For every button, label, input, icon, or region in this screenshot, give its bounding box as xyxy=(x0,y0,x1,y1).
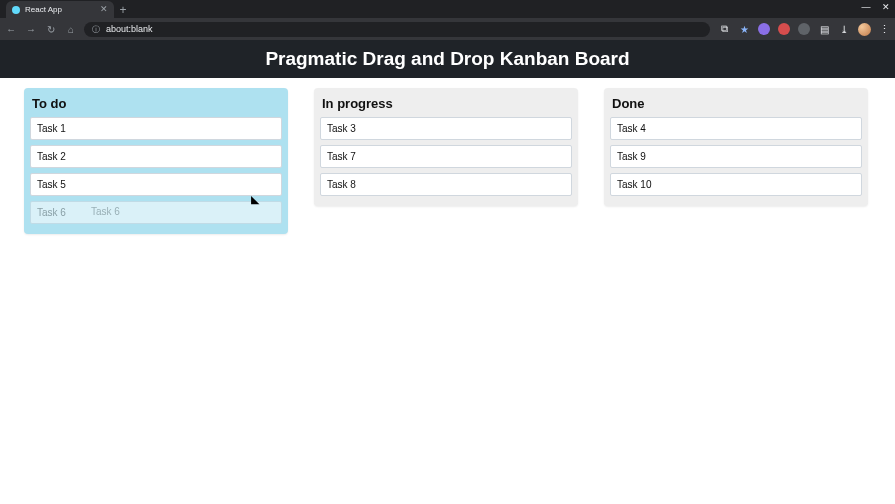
back-button[interactable]: ← xyxy=(6,24,16,35)
nav-buttons: ← → ↻ ⌂ xyxy=(6,24,76,35)
profile-avatar-icon[interactable] xyxy=(858,23,871,36)
card-label: Task 3 xyxy=(327,123,356,134)
card-list: Task 3Task 7Task 8 xyxy=(320,117,572,196)
card-label: Task 8 xyxy=(327,179,356,190)
download-icon[interactable]: ⤓ xyxy=(838,23,850,35)
extension-1-icon[interactable] xyxy=(758,23,770,35)
browser-chrome: React App ✕ + — ✕ ← → ↻ ⌂ ⓘ about:blank … xyxy=(0,0,895,40)
kanban-card[interactable]: Task 6Task 6 xyxy=(30,201,282,224)
column-todo[interactable]: To doTask 1Task 2Task 5Task 6Task 6 xyxy=(24,88,288,234)
menu-icon[interactable]: ⋮ xyxy=(879,23,889,36)
kanban-card[interactable]: Task 4 xyxy=(610,117,862,140)
toolbar-right: ⧉ ★ ▤ ⤓ ⋮ xyxy=(718,23,889,36)
column-title: In progress xyxy=(320,96,572,117)
kanban-card[interactable]: Task 9 xyxy=(610,145,862,168)
column-title: Done xyxy=(610,96,862,117)
kanban-card[interactable]: Task 3 xyxy=(320,117,572,140)
card-label: Task 9 xyxy=(617,151,646,162)
translate-icon[interactable]: ⧉ xyxy=(718,23,730,35)
card-label: Task 2 xyxy=(37,151,66,162)
close-tab-icon[interactable]: ✕ xyxy=(100,6,108,14)
column-title: To do xyxy=(30,96,282,117)
window-controls: — ✕ xyxy=(861,2,891,12)
home-button[interactable]: ⌂ xyxy=(66,24,76,35)
card-label: Task 7 xyxy=(327,151,356,162)
column-inprogress[interactable]: In progressTask 3Task 7Task 8 xyxy=(314,88,578,206)
bookmark-star-icon[interactable]: ★ xyxy=(738,23,750,35)
card-label: Task 10 xyxy=(617,179,651,190)
card-label: Task 1 xyxy=(37,123,66,134)
card-label: Task 5 xyxy=(37,179,66,190)
kanban-card[interactable]: Task 2 xyxy=(30,145,282,168)
address-bar[interactable]: ⓘ about:blank xyxy=(84,22,710,37)
page-title: Pragmatic Drag and Drop Kanban Board xyxy=(265,48,629,70)
forward-button[interactable]: → xyxy=(26,24,36,35)
browser-tab[interactable]: React App ✕ xyxy=(6,1,114,18)
extension-2-icon[interactable] xyxy=(778,23,790,35)
site-info-icon[interactable]: ⓘ xyxy=(92,24,100,35)
kanban-board: To doTask 1Task 2Task 5Task 6Task 6In pr… xyxy=(0,78,895,244)
drag-ghost-label: Task 6 xyxy=(91,206,120,217)
tab-title: React App xyxy=(25,5,95,14)
browser-toolbar: ← → ↻ ⌂ ⓘ about:blank ⧉ ★ ▤ ⤓ ⋮ xyxy=(0,18,895,40)
kanban-card[interactable]: Task 7 xyxy=(320,145,572,168)
column-done[interactable]: DoneTask 4Task 9Task 10 xyxy=(604,88,868,206)
card-label: Task 4 xyxy=(617,123,646,134)
kanban-card[interactable]: Task 8 xyxy=(320,173,572,196)
kanban-card[interactable]: Task 5 xyxy=(30,173,282,196)
kanban-card[interactable]: Task 10 xyxy=(610,173,862,196)
card-list: Task 4Task 9Task 10 xyxy=(610,117,862,196)
reload-button[interactable]: ↻ xyxy=(46,24,56,35)
minimize-button[interactable]: — xyxy=(861,2,871,12)
react-favicon-icon xyxy=(12,6,20,14)
card-list: Task 1Task 2Task 5Task 6Task 6 xyxy=(30,117,282,224)
app-header: Pragmatic Drag and Drop Kanban Board xyxy=(0,40,895,78)
close-window-button[interactable]: ✕ xyxy=(881,2,891,12)
extension-3-icon[interactable] xyxy=(798,23,810,35)
tab-strip: React App ✕ + — ✕ xyxy=(0,0,895,18)
new-tab-button[interactable]: + xyxy=(114,1,132,18)
card-label: Task 6 xyxy=(37,207,66,218)
url-text: about:blank xyxy=(106,24,153,34)
reader-icon[interactable]: ▤ xyxy=(818,23,830,35)
kanban-card[interactable]: Task 1 xyxy=(30,117,282,140)
